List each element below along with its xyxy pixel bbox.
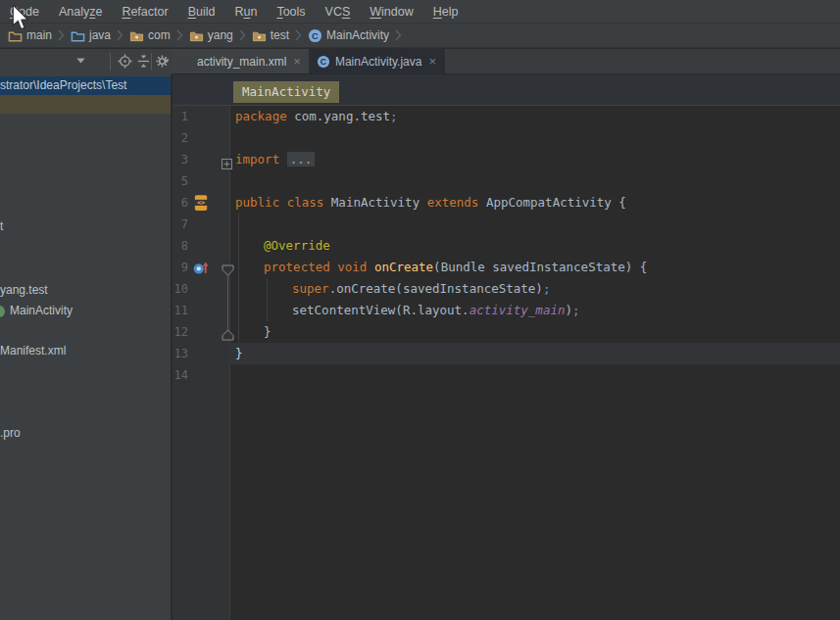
- collapse-all-icon[interactable]: [136, 54, 151, 69]
- code-line-6[interactable]: 6public class MainActivity extends AppCo…: [173, 192, 840, 214]
- package-folder-icon: [252, 28, 267, 43]
- chevron-right-icon: [176, 29, 183, 41]
- breadcrumb-item-java[interactable]: java: [71, 28, 111, 43]
- code-line-14[interactable]: 14: [173, 364, 840, 386]
- line-number: 13: [173, 343, 188, 364]
- java-class-icon: [308, 28, 322, 43]
- editor-breadcrumb-strip: MainActivity: [173, 74, 840, 106]
- breadcrumb-item-main[interactable]: main: [8, 28, 52, 43]
- tree-row-mainactivity[interactable]: MainActivity: [0, 302, 172, 320]
- menu-item-build[interactable]: Build: [178, 2, 225, 22]
- fold-marker-start-icon[interactable]: [222, 262, 234, 273]
- override-method-gutter-icon[interactable]: [192, 259, 210, 276]
- menu-item-window[interactable]: Window: [360, 2, 422, 22]
- breadcrumb-item-yang[interactable]: yang: [189, 28, 233, 43]
- code-line-1[interactable]: 1package com.yang.test;: [173, 106, 840, 127]
- editor-pane[interactable]: MainActivity 1package com.yang.test;23im…: [173, 74, 840, 620]
- line-number: 5: [173, 170, 188, 192]
- package-folder-icon: [189, 28, 204, 43]
- toolbar-separator: [110, 53, 111, 71]
- navigation-bar: mainjavacomyangtestMainActivity: [0, 24, 840, 48]
- code-line-7[interactable]: 7: [173, 214, 840, 235]
- close-tab-icon[interactable]: ×: [427, 55, 437, 68]
- code-text: protected void onCreate(Bundle savedInst…: [235, 257, 647, 278]
- editor-tab-mainactivity-java[interactable]: MainActivity.java×: [310, 49, 445, 73]
- code-text: package com.yang.test;: [235, 106, 398, 127]
- line-number: 8: [173, 235, 188, 257]
- line-number: 1: [173, 106, 188, 127]
- code-text: public class MainActivity extends AppCom…: [235, 192, 626, 214]
- menu-item-vcs[interactable]: VCS: [316, 2, 361, 22]
- code-text: super.onCreate(savedInstanceState);: [235, 278, 550, 300]
- tree-row-package[interactable]: yang.test: [0, 281, 172, 300]
- locate-target-icon[interactable]: [118, 54, 132, 69]
- android-file-gutter-icon[interactable]: [192, 194, 210, 212]
- chevron-right-icon: [58, 29, 65, 41]
- line-number: 12: [173, 321, 188, 343]
- folder-java-icon: [71, 28, 85, 43]
- line-number: 6: [173, 192, 188, 214]
- menu-item-run[interactable]: Run: [224, 2, 267, 22]
- java-class-icon: [317, 55, 330, 69]
- breadcrumb-class-chip[interactable]: MainActivity: [233, 81, 339, 103]
- code-line-5[interactable]: 5: [173, 170, 840, 192]
- code-line-8[interactable]: 8@Override: [173, 235, 840, 257]
- project-panel-toolbar: [0, 49, 172, 74]
- close-tab-icon[interactable]: ×: [292, 55, 302, 68]
- code-line-11[interactable]: 11setContentView(R.layout.activity_main)…: [173, 300, 840, 321]
- chevron-right-icon: [239, 29, 246, 41]
- breadcrumb-item-com[interactable]: com: [129, 28, 171, 43]
- android-xml-file-icon: [178, 55, 192, 69]
- menu-item-refactor[interactable]: Refactor: [112, 2, 177, 22]
- menu-bar: CodeAnalyzeRefactorBuildRunToolsVCSWindo…: [0, 0, 840, 24]
- project-tool-window: strator\IdeaProjects\Test t yang.test Ma…: [0, 74, 172, 620]
- menu-item-code[interactable]: Code: [0, 2, 49, 22]
- code-line-12[interactable]: 12}: [173, 321, 840, 343]
- view-selector-caret-icon[interactable]: [76, 58, 85, 64]
- chevron-right-icon: [395, 29, 402, 41]
- header-row: activity_main.xml×MainActivity.java×: [0, 49, 840, 74]
- toolbar-separator: [151, 53, 152, 71]
- ide-window: C <> CodeAnalyzeRefactorBuildRunToolsVCS…: [0, 0, 840, 620]
- tree-row-manifest[interactable]: Manifest.xml: [0, 342, 172, 360]
- line-number: 9: [173, 257, 188, 278]
- chevron-right-icon: [295, 29, 302, 41]
- tree-row-proguard[interactable]: .pro: [0, 424, 172, 443]
- breadcrumb-item-mainactivity[interactable]: MainActivity: [308, 28, 389, 43]
- breadcrumb-item-test[interactable]: test: [252, 28, 289, 43]
- line-number: 10: [173, 278, 188, 300]
- code-text: }: [235, 343, 243, 364]
- tree-row-project-root[interactable]: strator\IdeaProjects\Test: [0, 76, 172, 95]
- menu-item-tools[interactable]: Tools: [267, 2, 315, 22]
- line-number: 14: [173, 364, 188, 386]
- code-text: }: [235, 321, 272, 343]
- editor-tab-strip: activity_main.xml×MainActivity.java×: [172, 49, 840, 74]
- fold-marker-plus-icon[interactable]: [222, 155, 234, 167]
- gear-caret-icon[interactable]: [163, 59, 170, 64]
- code-line-9[interactable]: 9protected void onCreate(Bundle savedIns…: [173, 257, 840, 278]
- code-line-13[interactable]: 13}: [173, 343, 840, 364]
- code-line-3[interactable]: 3import ...: [173, 149, 840, 170]
- line-number: 3: [173, 149, 188, 170]
- line-number: 11: [173, 300, 188, 321]
- code-text: setContentView(R.layout.activity_main);: [235, 300, 580, 321]
- tree-row-highlighted[interactable]: [0, 95, 172, 114]
- fold-marker-end-icon[interactable]: [222, 326, 234, 338]
- package-folder-icon: [129, 28, 144, 43]
- folder-main-icon: [8, 28, 23, 43]
- line-number: 2: [173, 127, 188, 149]
- editor-tab-activity_main-xml[interactable]: activity_main.xml×: [172, 49, 310, 73]
- code-line-2[interactable]: 2: [173, 127, 840, 149]
- code-line-10[interactable]: 10super.onCreate(savedInstanceState);: [173, 278, 840, 300]
- tree-row[interactable]: t: [0, 217, 172, 236]
- menu-item-analyze[interactable]: Analyze: [49, 2, 112, 22]
- menu-item-help[interactable]: Help: [423, 2, 469, 22]
- chevron-right-icon: [117, 29, 124, 41]
- code-text: import ...: [235, 149, 315, 170]
- code-text: @Override: [235, 235, 330, 257]
- line-number: 7: [173, 214, 188, 235]
